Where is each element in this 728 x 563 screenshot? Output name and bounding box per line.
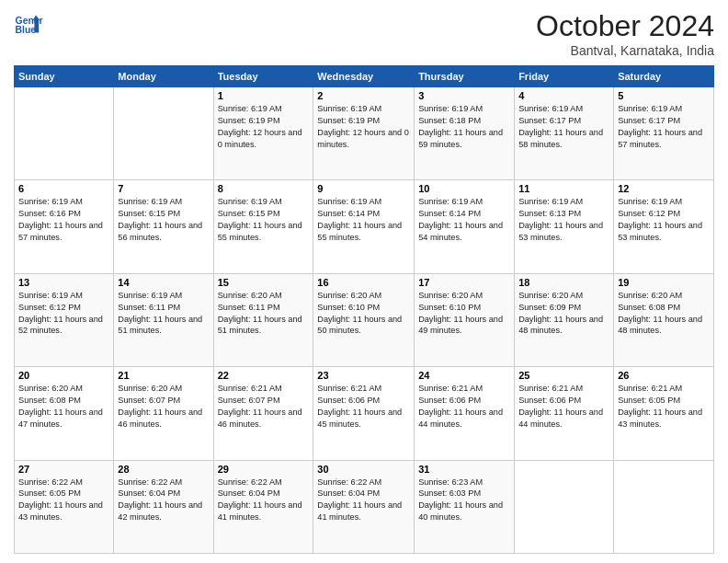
day-cell: 26Sunrise: 6:21 AMSunset: 6:05 PMDayligh… bbox=[614, 367, 714, 460]
day-number: 11 bbox=[518, 183, 609, 194]
calendar: SundayMondayTuesdayWednesdayThursdayFrid… bbox=[14, 65, 714, 554]
title-block: October 2024 Bantval, Karnataka, India bbox=[536, 9, 714, 58]
day-info: Sunrise: 6:19 AMSunset: 6:12 PMDaylight:… bbox=[18, 290, 109, 338]
weekday-sunday: Sunday bbox=[15, 66, 114, 87]
day-info: Sunrise: 6:19 AMSunset: 6:15 PMDaylight:… bbox=[118, 196, 209, 244]
day-number: 1 bbox=[218, 90, 310, 101]
svg-text:Blue: Blue bbox=[16, 25, 37, 35]
day-cell: 20Sunrise: 6:20 AMSunset: 6:08 PMDayligh… bbox=[15, 367, 114, 460]
day-cell: 18Sunrise: 6:20 AMSunset: 6:09 PMDayligh… bbox=[515, 273, 614, 366]
day-number: 5 bbox=[618, 90, 710, 101]
day-cell: 29Sunrise: 6:22 AMSunset: 6:04 PMDayligh… bbox=[213, 460, 313, 553]
day-number: 2 bbox=[317, 90, 410, 101]
day-info: Sunrise: 6:20 AMSunset: 6:10 PMDaylight:… bbox=[317, 290, 410, 338]
day-cell: 12Sunrise: 6:19 AMSunset: 6:12 PMDayligh… bbox=[614, 180, 714, 273]
day-info: Sunrise: 6:22 AMSunset: 6:04 PMDaylight:… bbox=[218, 477, 310, 524]
day-number: 20 bbox=[18, 370, 109, 381]
day-cell: 8Sunrise: 6:19 AMSunset: 6:15 PMDaylight… bbox=[213, 180, 313, 273]
day-number: 23 bbox=[317, 370, 410, 381]
day-cell: 14Sunrise: 6:19 AMSunset: 6:11 PMDayligh… bbox=[114, 273, 213, 366]
day-number: 18 bbox=[518, 277, 609, 288]
day-cell: 11Sunrise: 6:19 AMSunset: 6:13 PMDayligh… bbox=[515, 180, 614, 273]
day-info: Sunrise: 6:22 AMSunset: 6:04 PMDaylight:… bbox=[317, 477, 410, 524]
day-cell: 22Sunrise: 6:21 AMSunset: 6:07 PMDayligh… bbox=[213, 367, 313, 460]
day-cell: 16Sunrise: 6:20 AMSunset: 6:10 PMDayligh… bbox=[313, 273, 415, 366]
header: General Blue October 2024 Bantval, Karna… bbox=[14, 9, 714, 58]
weekday-header-row: SundayMondayTuesdayWednesdayThursdayFrid… bbox=[15, 66, 714, 87]
day-number: 9 bbox=[317, 183, 410, 194]
weekday-monday: Monday bbox=[114, 66, 213, 87]
day-number: 17 bbox=[418, 277, 510, 288]
week-row-4: 20Sunrise: 6:20 AMSunset: 6:08 PMDayligh… bbox=[15, 367, 714, 460]
day-number: 22 bbox=[218, 370, 310, 381]
day-cell: 30Sunrise: 6:22 AMSunset: 6:04 PMDayligh… bbox=[313, 460, 415, 553]
day-number: 10 bbox=[418, 183, 510, 194]
day-info: Sunrise: 6:19 AMSunset: 6:12 PMDaylight:… bbox=[618, 196, 710, 244]
logo-icon: General Blue bbox=[14, 9, 43, 39]
day-cell bbox=[515, 460, 614, 553]
day-number: 19 bbox=[618, 277, 710, 288]
week-row-5: 27Sunrise: 6:22 AMSunset: 6:05 PMDayligh… bbox=[15, 460, 714, 553]
week-row-2: 6Sunrise: 6:19 AMSunset: 6:16 PMDaylight… bbox=[15, 180, 714, 273]
day-cell: 2Sunrise: 6:19 AMSunset: 6:19 PMDaylight… bbox=[313, 87, 415, 180]
day-number: 29 bbox=[218, 464, 310, 475]
day-cell bbox=[15, 87, 114, 180]
weekday-tuesday: Tuesday bbox=[213, 66, 313, 87]
day-number: 21 bbox=[118, 370, 209, 381]
day-number: 28 bbox=[118, 464, 209, 475]
day-info: Sunrise: 6:20 AMSunset: 6:09 PMDaylight:… bbox=[518, 290, 609, 338]
day-info: Sunrise: 6:20 AMSunset: 6:07 PMDaylight:… bbox=[118, 383, 209, 431]
day-cell: 21Sunrise: 6:20 AMSunset: 6:07 PMDayligh… bbox=[114, 367, 213, 460]
day-cell: 15Sunrise: 6:20 AMSunset: 6:11 PMDayligh… bbox=[213, 273, 313, 366]
day-number: 6 bbox=[18, 183, 109, 194]
day-cell bbox=[614, 460, 714, 553]
day-info: Sunrise: 6:21 AMSunset: 6:07 PMDaylight:… bbox=[218, 383, 310, 431]
day-cell: 31Sunrise: 6:23 AMSunset: 6:03 PMDayligh… bbox=[415, 460, 515, 553]
day-info: Sunrise: 6:19 AMSunset: 6:19 PMDaylight:… bbox=[317, 103, 410, 151]
day-info: Sunrise: 6:19 AMSunset: 6:16 PMDaylight:… bbox=[18, 196, 109, 244]
day-number: 16 bbox=[317, 277, 410, 288]
day-info: Sunrise: 6:22 AMSunset: 6:04 PMDaylight:… bbox=[118, 477, 209, 524]
day-number: 27 bbox=[18, 464, 109, 475]
week-row-3: 13Sunrise: 6:19 AMSunset: 6:12 PMDayligh… bbox=[15, 273, 714, 366]
day-cell: 9Sunrise: 6:19 AMSunset: 6:14 PMDaylight… bbox=[313, 180, 415, 273]
location: Bantval, Karnataka, India bbox=[536, 43, 714, 58]
svg-text:General: General bbox=[16, 16, 43, 26]
day-number: 31 bbox=[418, 464, 510, 475]
day-info: Sunrise: 6:19 AMSunset: 6:17 PMDaylight:… bbox=[618, 103, 710, 151]
day-info: Sunrise: 6:19 AMSunset: 6:19 PMDaylight:… bbox=[218, 103, 310, 151]
day-cell: 23Sunrise: 6:21 AMSunset: 6:06 PMDayligh… bbox=[313, 367, 415, 460]
day-info: Sunrise: 6:21 AMSunset: 6:06 PMDaylight:… bbox=[518, 383, 609, 431]
day-cell: 10Sunrise: 6:19 AMSunset: 6:14 PMDayligh… bbox=[415, 180, 515, 273]
day-number: 3 bbox=[418, 90, 510, 101]
day-number: 4 bbox=[518, 90, 609, 101]
day-cell: 24Sunrise: 6:21 AMSunset: 6:06 PMDayligh… bbox=[415, 367, 515, 460]
day-info: Sunrise: 6:22 AMSunset: 6:05 PMDaylight:… bbox=[18, 477, 109, 524]
day-info: Sunrise: 6:20 AMSunset: 6:11 PMDaylight:… bbox=[218, 290, 310, 338]
day-info: Sunrise: 6:20 AMSunset: 6:08 PMDaylight:… bbox=[618, 290, 710, 338]
day-info: Sunrise: 6:23 AMSunset: 6:03 PMDaylight:… bbox=[418, 477, 510, 524]
weekday-friday: Friday bbox=[515, 66, 614, 87]
day-cell: 7Sunrise: 6:19 AMSunset: 6:15 PMDaylight… bbox=[114, 180, 213, 273]
day-number: 15 bbox=[218, 277, 310, 288]
day-info: Sunrise: 6:19 AMSunset: 6:11 PMDaylight:… bbox=[118, 290, 209, 338]
day-info: Sunrise: 6:19 AMSunset: 6:17 PMDaylight:… bbox=[518, 103, 609, 151]
day-cell bbox=[114, 87, 213, 180]
day-info: Sunrise: 6:21 AMSunset: 6:05 PMDaylight:… bbox=[618, 383, 710, 431]
day-info: Sunrise: 6:20 AMSunset: 6:10 PMDaylight:… bbox=[418, 290, 510, 338]
day-cell: 25Sunrise: 6:21 AMSunset: 6:06 PMDayligh… bbox=[515, 367, 614, 460]
day-number: 7 bbox=[118, 183, 209, 194]
week-row-1: 1Sunrise: 6:19 AMSunset: 6:19 PMDaylight… bbox=[15, 87, 714, 180]
day-cell: 5Sunrise: 6:19 AMSunset: 6:17 PMDaylight… bbox=[614, 87, 714, 180]
day-cell: 4Sunrise: 6:19 AMSunset: 6:17 PMDaylight… bbox=[515, 87, 614, 180]
day-number: 12 bbox=[618, 183, 710, 194]
day-number: 26 bbox=[618, 370, 710, 381]
day-number: 24 bbox=[418, 370, 510, 381]
day-info: Sunrise: 6:19 AMSunset: 6:18 PMDaylight:… bbox=[418, 103, 510, 151]
day-cell: 1Sunrise: 6:19 AMSunset: 6:19 PMDaylight… bbox=[213, 87, 313, 180]
day-info: Sunrise: 6:20 AMSunset: 6:08 PMDaylight:… bbox=[18, 383, 109, 431]
day-info: Sunrise: 6:19 AMSunset: 6:15 PMDaylight:… bbox=[218, 196, 310, 244]
day-cell: 27Sunrise: 6:22 AMSunset: 6:05 PMDayligh… bbox=[15, 460, 114, 553]
day-cell: 13Sunrise: 6:19 AMSunset: 6:12 PMDayligh… bbox=[15, 273, 114, 366]
day-info: Sunrise: 6:19 AMSunset: 6:14 PMDaylight:… bbox=[418, 196, 510, 244]
